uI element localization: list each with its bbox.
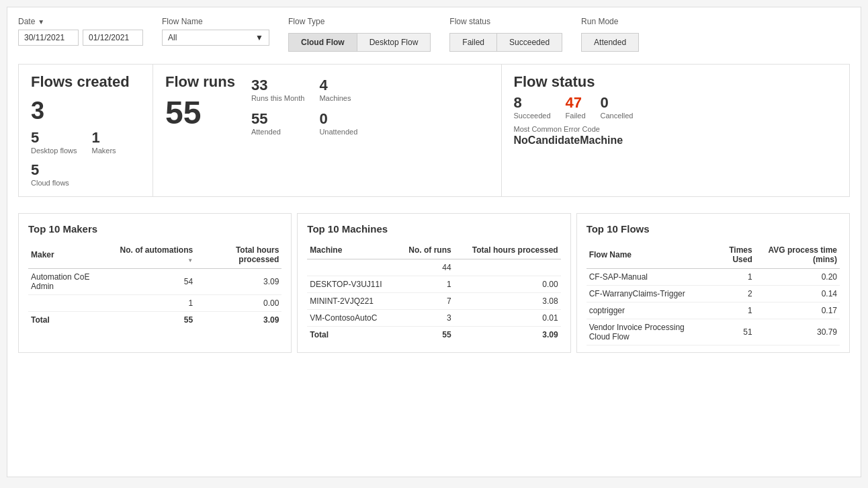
failed-btn[interactable]: Failed [449, 33, 496, 52]
table-row: MININT-2VJQ221 7 3.08 [307, 293, 560, 310]
machine-name [307, 259, 398, 276]
cloud-flows-label: Cloud flows [31, 179, 69, 187]
flows-created-card: Flows created 3 5 Desktop flows 5 Cloud … [19, 65, 153, 196]
succeeded-status-label: Succeeded [514, 112, 551, 120]
failed-col: 47 Failed [566, 94, 586, 120]
table-row: DESKTOP-V3UJ11I 1 0.00 [307, 276, 560, 293]
cancelled-status-label: Cancelled [601, 112, 634, 120]
cloud-flows-num: 5 [31, 161, 39, 179]
flow-avg: 30.79 [755, 319, 840, 345]
flow-name-select[interactable]: All ▼ [162, 30, 269, 46]
table-row: CF-WarranyClaims-Trigger 2 0.14 [587, 286, 840, 302]
flow-times: 1 [710, 269, 755, 286]
run-mode-btn-group: Attended [581, 33, 639, 52]
machine-runs: 1 [398, 276, 454, 293]
date-filter-label: Date ▼ [18, 17, 143, 26]
machine-runs: 44 [398, 259, 454, 276]
runs-month-col: 33 Runs this Month 55 Attended [251, 77, 304, 136]
table-row: CF-SAP-Manual 1 0.20 [587, 269, 840, 286]
flow-type-btn-group: Cloud Flow Desktop Flow [288, 33, 431, 52]
machines-col-runs: No. of runs [398, 243, 454, 259]
dashboard-container: Date ▼ Flow Name All ▼ Flow Type Cloud F… [7, 7, 861, 477]
flow-name-value: All [168, 33, 177, 42]
makers-col-hours: Total hours processed [196, 243, 281, 269]
total-label: Total [307, 327, 398, 343]
desktop-flow-btn[interactable]: Desktop Flow [357, 33, 431, 52]
top10-makers-table: Maker No. of automations ▼ Total hours p… [28, 243, 281, 328]
total-automations: 55 [112, 312, 196, 329]
top10-machines-table: Machine No. of runs Total hours processe… [307, 243, 560, 343]
table-row: Vendor Invoice Processing Cloud Flow 51 … [587, 319, 840, 345]
error-code-label: Most Common Error Code [514, 125, 838, 133]
top10-flows-panel: Top 10 Flows Flow Name Times Used AVG pr… [576, 213, 850, 353]
flow-runs-big: 55 [165, 94, 235, 131]
machine-runs: 7 [398, 293, 454, 310]
flow-name-label-text: Flow Name [162, 17, 203, 26]
flow-runs-sub-items: 33 Runs this Month 55 Attended 4 Machine… [251, 77, 357, 136]
run-mode-filter-group: Run Mode Attended [581, 17, 639, 52]
table-row: Automation CoE Admin 54 3.09 [28, 269, 281, 295]
flows-col-name: Flow Name [587, 243, 710, 269]
date-to-input[interactable] [83, 30, 143, 46]
top10-machines-panel: Top 10 Machines Machine No. of runs Tota… [297, 213, 570, 353]
flows-created-sub-row: 5 Desktop flows 5 Cloud flows 1 Makers [31, 129, 140, 187]
makers-label: Makers [91, 147, 116, 155]
unattended-num: 0 [319, 110, 327, 128]
flow-name: Vendor Invoice Processing Cloud Flow [587, 319, 710, 345]
table-row: 1 0.00 [28, 295, 281, 312]
flow-runs-title: Flow runs [165, 74, 235, 90]
machine-runs: 3 [398, 310, 454, 327]
flow-status-filter-group: Flow status Failed Succeeded [449, 17, 562, 52]
machines-col-hours: Total hours processed [454, 243, 561, 259]
table-row: 44 [307, 259, 560, 276]
flow-status-card: Flow status 8 Succeeded 47 Failed 0 Canc… [502, 65, 850, 196]
flow-status-label: Flow status [449, 17, 562, 26]
maker-name [28, 295, 112, 312]
date-filter-group: Date ▼ [18, 17, 143, 46]
unattended-label: Unattended [319, 128, 357, 136]
machine-hours: 0.00 [454, 276, 561, 293]
machine-name: DESKTOP-V3UJ11I [307, 276, 398, 293]
flow-name-filter-group: Flow Name All ▼ [162, 17, 269, 46]
flow-times: 2 [710, 286, 755, 302]
flows-created-value: 3 [31, 97, 140, 125]
succeeded-btn[interactable]: Succeeded [496, 33, 562, 52]
maker-hours: 0.00 [196, 295, 281, 312]
makers-col-automations: No. of automations ▼ [112, 243, 196, 269]
top10-machines-title: Top 10 Machines [307, 223, 560, 235]
maker-automations: 54 [112, 269, 196, 295]
flow-status-btn-group: Failed Succeeded [449, 33, 562, 52]
flow-name: CF-WarranyClaims-Trigger [587, 286, 710, 302]
filters-row: Date ▼ Flow Name All ▼ Flow Type Cloud F… [18, 17, 850, 52]
flows-col-times: Times Used [710, 243, 755, 269]
cloud-flow-btn[interactable]: Cloud Flow [288, 33, 357, 52]
flow-name: coptrigger [587, 302, 710, 319]
machine-name: VM-ContosoAutoC [307, 310, 398, 327]
date-from-input[interactable] [18, 30, 79, 46]
flow-times: 51 [710, 319, 755, 345]
table-row: VM-ContosoAutoC 3 0.01 [307, 310, 560, 327]
failed-num: 47 [566, 94, 582, 112]
top10-makers-title: Top 10 Makers [28, 223, 281, 235]
machine-hours [454, 259, 561, 276]
machine-hours: 3.08 [454, 293, 561, 310]
cancelled-col: 0 Cancelled [601, 94, 634, 120]
flow-type-label: Flow Type [288, 17, 431, 26]
cancelled-num: 0 [601, 94, 609, 112]
attended-runs-label: Attended [251, 128, 281, 136]
total-hours: 3.09 [454, 327, 561, 343]
attended-btn[interactable]: Attended [581, 33, 639, 52]
total-runs: 55 [398, 327, 454, 343]
makers-num: 1 [91, 129, 99, 147]
flow-avg: 0.20 [755, 269, 840, 286]
stats-section: Flows created 3 5 Desktop flows 5 Cloud … [18, 64, 850, 197]
succeeded-col: 8 Succeeded [514, 94, 551, 120]
total-hours: 3.09 [196, 312, 281, 329]
date-label-text: Date [18, 17, 35, 26]
machines-label: Machines [319, 94, 351, 102]
desktop-flows-label: Desktop flows [31, 147, 77, 155]
maker-hours: 3.09 [196, 269, 281, 295]
flow-status-items: 8 Succeeded 47 Failed 0 Cancelled [514, 94, 838, 120]
machines-col: 4 Machines 0 Unattended [319, 77, 357, 136]
runs-month-num: 33 [251, 77, 267, 94]
